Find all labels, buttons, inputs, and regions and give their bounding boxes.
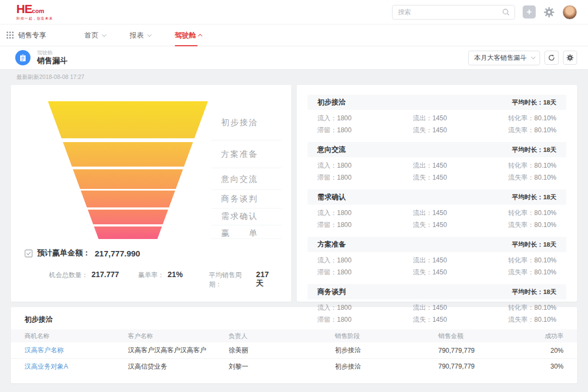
funnel-stage-label: 意向交流: [221, 173, 258, 186]
page-header: 驾驶舱 销售漏斗 本月大客销售漏斗: [0, 46, 588, 69]
col-owner: 负责人: [229, 332, 335, 340]
chevron-down-icon: [102, 32, 106, 36]
funnel-stage-label: 初步接洽: [221, 116, 258, 129]
page-title: 销售漏斗: [37, 56, 68, 65]
funnel-segment-1: [48, 101, 208, 138]
table-row: 汉高客户名称 汉高客户汉高客户汉高客户 徐美丽 初步接洽 790,779,779…: [11, 342, 577, 358]
stage-metrics-card: 初步接洽平均时长：18天 流入：1800 流出：1450 转化率：80.10% …: [297, 85, 577, 302]
funnel-segment-3: [73, 169, 183, 189]
stage-section-title: 需求确认: [317, 192, 346, 202]
col-sales-stage: 销售阶段: [335, 332, 430, 340]
brand-logo: HE com 和你一起，创造未来: [16, 3, 53, 21]
nav-item-cockpit[interactable]: 驾驶舱: [175, 24, 203, 46]
stage-section-title: 初步接洽: [317, 97, 346, 107]
stage-section-2: 意向交流平均时长：18天 流入：1800 流出：1450 转化率：80.10% …: [297, 142, 577, 185]
global-search[interactable]: [392, 5, 515, 20]
search-icon: [502, 8, 510, 16]
stage-section-4: 方案准备平均时长：18天 流入：1800 流出：1450 转化率：80.10% …: [297, 237, 577, 279]
expected-amount-value: 217,777.990: [95, 249, 140, 258]
expected-amount-label: 预计赢单金额：: [37, 248, 90, 258]
funnel-segment-2: [63, 142, 193, 167]
gear-icon: [566, 54, 574, 62]
logo-text-he: HE: [16, 3, 32, 15]
stage-section-title: 商务谈判: [317, 287, 346, 297]
sales-funnel-chart: [11, 101, 215, 239]
table-header-row: 商机名称 客户名称 负责人 销售阶段 销售金额 成功率: [11, 329, 577, 342]
funnel-stage-labels: 初步接洽 方案准备 意向交流 商务谈判 需求确认 赢 单: [211, 101, 281, 239]
funnel-filter-select[interactable]: 本月大客销售漏斗: [468, 51, 540, 65]
col-customer-name: 客户名称: [128, 332, 229, 340]
checkbox-icon: [24, 249, 33, 258]
app-grid-icon[interactable]: [7, 32, 14, 39]
user-avatar[interactable]: [562, 5, 577, 20]
funnel-stage-label: 商务谈判: [221, 192, 258, 205]
funnel-segment-6: [94, 226, 162, 239]
stage-section-1: 初步接洽平均时长：18天 流入：1800 流出：1450 转化率：80.10% …: [297, 95, 577, 137]
search-input[interactable]: [398, 8, 502, 16]
add-button[interactable]: +: [523, 5, 536, 19]
clipboard-icon: [15, 50, 30, 65]
refresh-icon: [548, 54, 555, 62]
opportunity-link[interactable]: 汉高业务对象A: [24, 362, 128, 371]
col-opportunity-name: 商机名称: [24, 332, 128, 340]
stat-avg-sales-cycle: 平均销售周期： 217 天: [209, 270, 278, 289]
funnel-segment-5: [88, 210, 168, 224]
stage-section-title: 方案准备: [317, 240, 346, 249]
col-sales-amount: 销售金额: [430, 332, 534, 340]
funnel-stage-label: 赢 单: [221, 226, 258, 240]
funnel-summary: 预计赢单金额： 217,777.990 机会总数量： 217.777 赢单率： …: [11, 248, 291, 289]
funnel-stage-label: 需求确认: [221, 210, 258, 223]
settings-gear-icon[interactable]: [543, 7, 555, 18]
funnel-card: 初步接洽 方案准备 意向交流 商务谈判 需求确认 赢 单 预计赢单金额： 217…: [11, 85, 291, 302]
col-success-rate: 成功率: [534, 332, 564, 340]
last-refreshed-text: 最新刷新2018-08-08 17:27: [16, 74, 577, 81]
funnel-segment-4: [81, 191, 175, 207]
chevron-down-icon: [531, 54, 535, 59]
active-tab-underline: [175, 45, 198, 46]
top-bar: HE com 和你一起，创造未来 +: [0, 0, 588, 24]
stat-total-opportunities: 机会总数量： 217.777: [49, 270, 138, 289]
workspace-label[interactable]: 销售专享: [18, 30, 46, 40]
nav-item-home[interactable]: 首页: [84, 24, 105, 46]
refresh-button[interactable]: [544, 51, 559, 65]
brand-tagline: 和你一起，创造未来: [16, 17, 53, 21]
logo-text-com: com: [32, 8, 45, 14]
nav-item-reports[interactable]: 报表: [130, 24, 150, 46]
nav-bar: 销售专享 首页 报表 驾驶舱: [0, 24, 588, 46]
stage-section-3: 需求确认平均时长：18天 流入：1800 流出：1450 转化率：80.10% …: [297, 189, 577, 232]
chevron-down-icon: [147, 32, 151, 36]
table-row: 汉高业务对象A 汉高信贷业务 刘黎一 初步接洽 790,779,779 30%: [11, 358, 577, 374]
stage-section-5: 商务谈判平均时长：18天 流入：1800 流出：1450 转化率：80.10% …: [297, 284, 577, 327]
stage-section-title: 意向交流: [317, 145, 346, 155]
stat-win-rate: 赢单率： 21%: [138, 270, 209, 289]
chevron-up-icon: [198, 34, 202, 38]
dashboard-settings-button[interactable]: [563, 51, 577, 65]
breadcrumb: 驾驶舱: [37, 50, 68, 56]
opportunity-link[interactable]: 汉高客户名称: [24, 346, 128, 355]
funnel-stage-label: 方案准备: [221, 148, 258, 161]
